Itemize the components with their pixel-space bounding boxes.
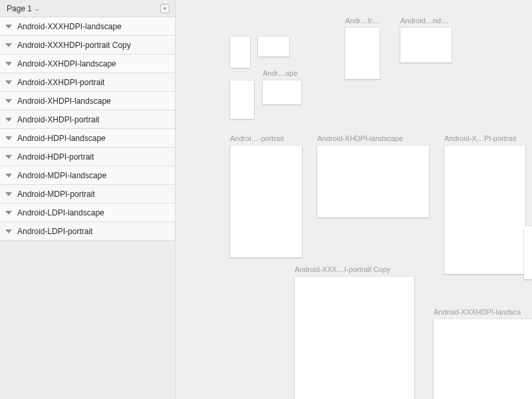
artboard-label[interactable]: Android-XXXHDPI-landsca [434, 308, 532, 316]
artboard-label[interactable]: Androi…-portrait [230, 134, 302, 142]
layer-label: Android-XXHDPI-landscape [17, 59, 116, 68]
artboard-xxhdpi-pc[interactable]: Android-XXX…I-portrait Copy [295, 277, 414, 399]
artboard-label[interactable]: Android-XXX…I-portrait Copy [295, 265, 414, 273]
layer-row[interactable]: Android-LDPI-portrait [0, 222, 175, 241]
artboard-label[interactable]: Android…ndscape [400, 17, 452, 25]
disclosure-triangle-icon[interactable] [5, 229, 12, 233]
layer-row[interactable]: Android-LDPI-landscape [0, 203, 175, 222]
disclosure-triangle-icon[interactable] [5, 155, 12, 159]
sidebar-header: Page 1 ⌄ ▾ [0, 0, 175, 17]
layer-row[interactable]: Android-XXHDPI-portrait [0, 73, 175, 92]
artboard-hdpi-port[interactable]: Andr…trait [345, 28, 380, 79]
artboard-mdpi-port[interactable] [230, 37, 250, 68]
disclosure-triangle-icon[interactable] [5, 192, 12, 196]
layer-list: Android-XXXHDPI-landscape Android-XXXHDP… [0, 17, 175, 399]
layer-label: Android-XXXHDPI-portrait Copy [17, 41, 131, 50]
disclosure-triangle-icon[interactable] [5, 174, 12, 178]
layer-label: Android-XXHDPI-portrait [17, 78, 104, 87]
disclosure-triangle-icon[interactable] [5, 211, 12, 215]
artboard-label[interactable]: Andr…ape [263, 69, 303, 77]
chevron-down-icon: ⌄ [35, 5, 40, 12]
layer-label: Android-MDPI-portrait [17, 190, 95, 199]
disclosure-triangle-icon[interactable] [5, 118, 12, 122]
artboard-xhdpi-port[interactable]: Androi…-portrait [230, 146, 302, 257]
layer-row[interactable]: Android-XHDPI-landscape [0, 92, 175, 110]
layer-row[interactable]: Android-XXXHDPI-portrait Copy [0, 36, 175, 55]
layer-row[interactable]: Android-HDPI-landscape [0, 129, 175, 148]
artboard-ldpi-land[interactable]: Andr…ape [263, 80, 301, 104]
artboard-ldpi-port[interactable] [230, 80, 254, 119]
layer-label: Android-HDPI-portrait [17, 152, 94, 162]
artboard-edge-right[interactable] [524, 226, 532, 279]
artboard-label[interactable]: Andr…trait [345, 17, 380, 25]
layer-label: Android-MDPI-landscape [17, 171, 106, 180]
artboard-xhdpi-port2[interactable]: Android-X…PI-portrait [444, 146, 525, 274]
layer-label: Android-XHDPI-landscape [17, 96, 111, 106]
disclosure-triangle-icon[interactable] [5, 43, 12, 47]
disclosure-triangle-icon[interactable] [5, 62, 12, 66]
artboard-xxxhdpi-l[interactable]: Android-XXXHDPI-landsca [434, 319, 532, 399]
artboard-hdpi-land[interactable]: Android…ndscape [400, 28, 452, 63]
layer-label: Android-XXXHDPI-landscape [17, 22, 122, 31]
pages-dropdown-icon[interactable]: ▾ [160, 4, 170, 13]
layer-row[interactable]: Android-XHDPI-portrait [0, 110, 175, 129]
layer-row[interactable]: Android-XXHDPI-landscape [0, 55, 175, 73]
layer-label: Android-LDPI-portrait [17, 227, 92, 236]
layer-label: Android-LDPI-landscape [17, 208, 104, 217]
disclosure-triangle-icon[interactable] [5, 99, 12, 103]
artboard-label[interactable]: Android-XHDPI-landscape [317, 134, 429, 142]
artboard-xhdpi-land[interactable]: Android-XHDPI-landscape [317, 146, 429, 217]
disclosure-triangle-icon[interactable] [5, 136, 12, 140]
disclosure-triangle-icon[interactable] [5, 80, 12, 84]
page-selector[interactable]: Page 1 ⌄ [7, 4, 40, 13]
layer-row[interactable]: Android-XXXHDPI-landscape [0, 17, 175, 36]
layer-label: Android-HDPI-landscape [17, 134, 106, 143]
page-label: Page 1 [7, 4, 32, 13]
layer-label: Android-XHDPI-portrait [17, 115, 99, 124]
layer-row[interactable]: Android-HDPI-portrait [0, 148, 175, 166]
layer-sidebar: Page 1 ⌄ ▾ Android-XXXHDPI-landscape And… [0, 0, 176, 399]
disclosure-triangle-icon[interactable] [5, 25, 12, 29]
canvas[interactable]: Andr…apeAndr…traitAndroid…ndscapeAndroi…… [176, 0, 532, 399]
layer-row[interactable]: Android-MDPI-portrait [0, 185, 175, 203]
layer-row[interactable]: Android-MDPI-landscape [0, 166, 175, 185]
artboard-mdpi-land[interactable] [258, 37, 289, 57]
artboard-label[interactable]: Android-X…PI-portrait [444, 134, 525, 142]
